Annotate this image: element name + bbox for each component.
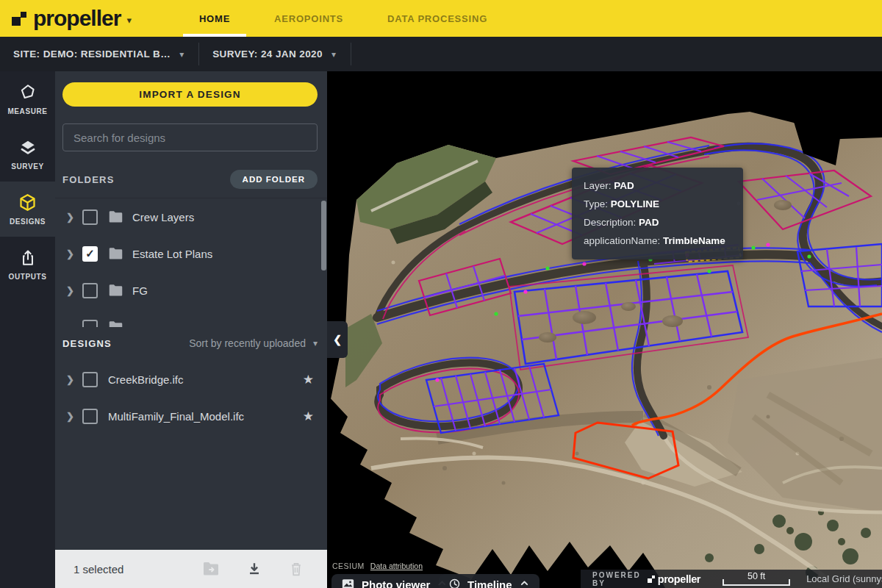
context-bar: SITE: DEMO: RESIDENTIAL B… ▾ SURVEY: 24 … [0, 37, 882, 71]
rail-item-survey[interactable]: SURVEY [0, 126, 55, 182]
design-row[interactable]: ❯ MultiFamily_Final_Model.ifc ★ [55, 398, 327, 434]
sort-dropdown-label: Sort by recently uploaded [189, 337, 306, 349]
terrain-3d-model[interactable] [327, 71, 882, 588]
trash-icon[interactable] [289, 561, 304, 577]
folder-icon [108, 320, 123, 327]
tooltip-row: Type: POLYLINE [584, 195, 731, 213]
rail-item-outputs[interactable]: OUTPUTS [0, 237, 55, 292]
data-attribution-link[interactable]: Data attribution [370, 562, 423, 570]
rail-label: DESIGNS [10, 218, 46, 226]
scale-bracket [723, 579, 790, 586]
brand-name: propeller [33, 7, 121, 29]
tab-data-processing[interactable]: DATA PROCESSING [365, 0, 509, 37]
site-selector[interactable]: SITE: DEMO: RESIDENTIAL B… ▾ [0, 37, 198, 71]
timeline-label: Timeline [467, 578, 512, 588]
folder-row[interactable]: ❯ ✓ Estate Lot Plans [55, 235, 327, 272]
tab-home-label: HOME [199, 13, 230, 24]
powered-by-label: POWERED BY [592, 571, 641, 587]
chevron-right-icon[interactable]: ❯ [66, 248, 82, 259]
tooltip-row: applicationName: TrimbleName [584, 232, 731, 250]
caret-down-icon: ▾ [179, 49, 184, 60]
chevron-right-icon[interactable]: ❯ [66, 374, 82, 385]
cube-icon [18, 193, 37, 212]
layers-icon [18, 138, 37, 157]
designs-panel: IMPORT A DESIGN FOLDERS ADD FOLDER ❯ Cre… [55, 71, 327, 588]
design-row[interactable]: ❯ CreekBridge.ifc ★ [55, 361, 327, 398]
chevron-left-icon: ❮ [333, 334, 342, 345]
star-icon[interactable]: ★ [303, 372, 314, 387]
folder-row[interactable]: ❯ Crew Layers [55, 198, 327, 235]
selection-bar: 1 selected [55, 550, 327, 588]
folder-list: ❯ Crew Layers ❯ ✓ Estate Lot Plans [55, 198, 327, 327]
feature-tooltip: Layer: PAD Type: POLYLINE Description: P… [572, 168, 743, 259]
map-3d-viewport[interactable]: ❮ Layer: PAD Type: POLYLINE Description:… [327, 71, 882, 588]
scrollbar-thumb[interactable] [321, 201, 326, 270]
folder-icon [108, 247, 123, 260]
map-status-bar: POWERED BY propeller 50 ft Local Grid (s… [581, 570, 882, 588]
move-to-folder-icon[interactable] [202, 562, 220, 576]
photo-viewer-label: Photo viewer [362, 578, 430, 588]
top-header: propeller ▾ HOME AEROPOINTS DATA PROCESS… [0, 0, 882, 37]
coordinate-system-label: Local Grid (sunnyside_7-1 [806, 573, 882, 584]
propeller-logomark-icon [648, 575, 656, 583]
rail-item-designs[interactable]: DESIGNS [0, 182, 55, 237]
measure-polygon-icon [18, 83, 37, 102]
folder-checkbox[interactable] [82, 209, 98, 225]
folder-row[interactable]: ❯ FG [55, 272, 327, 309]
export-icon [18, 248, 37, 268]
tooltip-row: Layer: PAD [584, 176, 731, 195]
tab-home[interactable]: HOME [177, 0, 252, 37]
folder-checkbox-checked[interactable]: ✓ [82, 246, 98, 262]
chevron-right-icon[interactable]: ❯ [66, 212, 82, 223]
divider [351, 43, 351, 65]
folder-checkbox[interactable] [82, 283, 98, 298]
chevron-right-icon[interactable]: ❯ [66, 411, 82, 422]
folders-heading: FOLDERS [62, 174, 115, 185]
add-folder-button[interactable]: ADD FOLDER [230, 170, 318, 189]
site-selector-label: SITE: DEMO: RESIDENTIAL B… [13, 49, 171, 60]
rail-label: OUTPUTS [9, 273, 47, 281]
brand-menu[interactable]: propeller ▾ [0, 0, 142, 37]
star-icon[interactable]: ★ [303, 409, 314, 424]
tab-aeropoints-label: AEROPOINTS [274, 13, 343, 24]
sort-dropdown[interactable]: Sort by recently uploaded ▾ [189, 337, 318, 349]
design-name: MultiFamily_Final_Model.ifc [108, 410, 303, 423]
folder-icon [108, 210, 123, 223]
photo-icon [342, 578, 354, 588]
selection-count: 1 selected [74, 563, 202, 576]
tooltip-value: POLYLINE [611, 198, 659, 209]
caret-down-icon: ▾ [313, 338, 318, 348]
tab-aeropoints[interactable]: AEROPOINTS [252, 0, 365, 37]
tooltip-label: Description: [584, 217, 639, 228]
survey-selector-label: SURVEY: 24 JAN 2020 [212, 49, 323, 60]
propeller-logomark-icon [12, 10, 28, 26]
tooltip-value: PAD [614, 180, 634, 191]
design-checkbox[interactable] [82, 372, 98, 387]
folder-checkbox[interactable] [82, 320, 98, 328]
tooltip-label: Type: [584, 198, 611, 209]
chevron-right-icon[interactable]: ❯ [66, 285, 82, 296]
survey-selector[interactable]: SURVEY: 24 JAN 2020 ▾ [199, 37, 351, 71]
top-nav: HOME AEROPOINTS DATA PROCESSING [177, 0, 509, 37]
rail-item-measure[interactable]: MEASURE [0, 71, 55, 126]
caret-down-icon: ▾ [126, 15, 132, 26]
powered-brand-name: propeller [658, 573, 700, 585]
chevron-up-icon [520, 578, 529, 588]
propeller-app: propeller ▾ HOME AEROPOINTS DATA PROCESS… [0, 0, 882, 588]
timeline-tab[interactable]: Timeline [439, 574, 539, 588]
design-name: CreekBridge.ifc [108, 373, 303, 386]
folder-icon [108, 284, 123, 297]
search-input[interactable] [62, 123, 318, 151]
design-list: ❯ CreekBridge.ifc ★ ❯ MultiFamily_Final_… [55, 361, 327, 434]
folder-name: FG [132, 284, 148, 297]
import-design-button[interactable]: IMPORT A DESIGN [62, 82, 318, 107]
panel-collapse-button[interactable]: ❮ [327, 321, 348, 358]
map-attribution: CESIUM Data attribution [332, 562, 423, 570]
tooltip-value: TrimbleName [663, 235, 725, 246]
rail-label: SURVEY [11, 162, 44, 171]
tooltip-row: Description: PAD [584, 213, 731, 232]
download-icon[interactable] [246, 561, 262, 577]
tooltip-value: PAD [639, 217, 659, 228]
design-checkbox[interactable] [82, 409, 98, 424]
folder-row-clipped[interactable] [55, 309, 327, 327]
